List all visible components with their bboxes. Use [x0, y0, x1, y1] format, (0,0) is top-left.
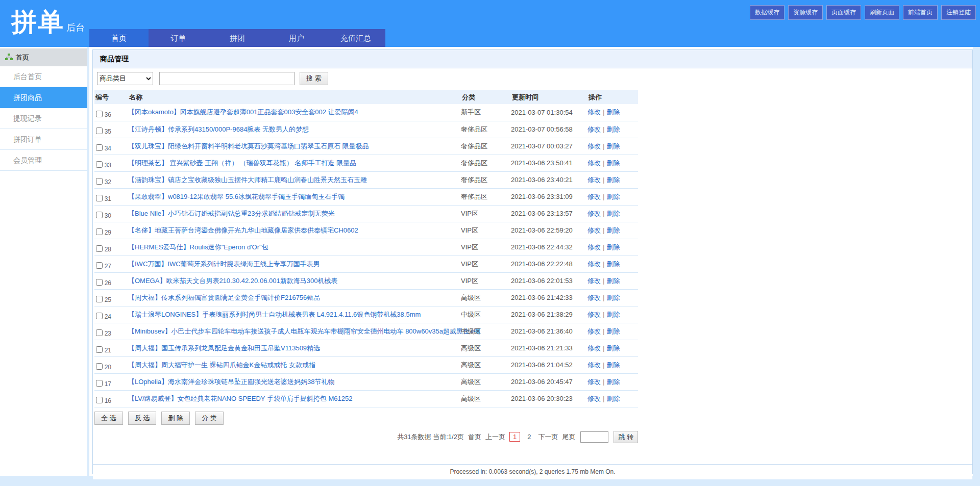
row-checkbox[interactable]	[96, 245, 103, 252]
sidebar-item[interactable]: 后台首页	[0, 66, 87, 87]
quick-button[interactable]: 页面缓存	[826, 5, 861, 20]
product-name-link[interactable]: 【LOphelia】海水南洋金珍珠项链吊坠正圆强光送老婆送妈妈38节礼物	[128, 378, 335, 386]
edit-link[interactable]: 修改	[587, 226, 601, 234]
nav-tab[interactable]: 充值汇总	[326, 29, 385, 47]
row-checkbox[interactable]	[96, 313, 103, 319]
edit-link[interactable]: 修改	[587, 193, 601, 200]
product-name-link[interactable]: 【周大福】周大福守护一生 裸钻四爪铂金K金钻戒戒托 女款戒指	[128, 361, 315, 369]
search-input[interactable]	[159, 72, 295, 85]
row-checkbox[interactable]	[96, 262, 103, 269]
row-checkbox[interactable]	[96, 380, 103, 387]
delete-link[interactable]: 删除	[606, 327, 620, 335]
delete-link[interactable]: 删除	[606, 125, 620, 133]
row-checkbox[interactable]	[96, 127, 103, 134]
quick-button[interactable]: 前端首页	[903, 5, 938, 20]
product-name-link[interactable]: 【瑞士浪琴LONGINES】手表瑰丽系列时尚男士自动机械表男表 L4.921.4…	[128, 311, 421, 318]
row-checkbox[interactable]	[96, 161, 103, 168]
edit-link[interactable]: 修改	[587, 395, 601, 402]
product-name-link[interactable]: 【Minibusev】小巴士代步车四轮车电动车接送孩子成人电瓶车观光车带棚雨帘安…	[128, 327, 480, 335]
quick-button[interactable]: 资源缓存	[788, 5, 823, 20]
product-name-link[interactable]: 【Blue Nile】小巧钻石订婚戒指副钻总重23分求婚结婚钻戒定制无荧光	[128, 210, 335, 217]
delete-link[interactable]: 删除	[606, 243, 620, 251]
product-name-link[interactable]: 【周大福】国玉传承系列龙凤配足金黄金和田玉吊坠V113509精选	[128, 344, 320, 352]
jump-button[interactable]: 跳 转	[614, 431, 638, 443]
nav-tab[interactable]: 用户	[267, 29, 326, 47]
row-checkbox[interactable]	[96, 346, 103, 353]
edit-link[interactable]: 修改	[587, 210, 601, 217]
edit-link[interactable]: 修改	[587, 176, 601, 184]
jump-page-input[interactable]	[580, 431, 608, 443]
quick-button[interactable]: 刷新页面	[865, 5, 899, 20]
bulk-action-button[interactable]: 全 选	[94, 412, 123, 425]
last-page-link[interactable]: 尾页	[562, 432, 575, 442]
row-checkbox[interactable]	[96, 363, 103, 370]
prev-page-link[interactable]: 上一页	[485, 432, 505, 442]
row-checkbox[interactable]	[96, 397, 103, 403]
delete-link[interactable]: 删除	[606, 277, 620, 285]
delete-link[interactable]: 删除	[606, 226, 620, 234]
quick-button[interactable]: 注销登陆	[941, 5, 976, 20]
sidebar-item[interactable]: 拼团商品	[0, 87, 87, 108]
delete-link[interactable]: 删除	[606, 210, 620, 217]
edit-link[interactable]: 修改	[587, 260, 601, 268]
search-button[interactable]: 搜 索	[300, 72, 328, 85]
product-name-link[interactable]: 【LV/路易威登】女包经典老花NANO SPEEDY 手袋单肩手提斜挎包 M61…	[128, 395, 352, 402]
edit-link[interactable]: 修改	[587, 327, 601, 335]
edit-link[interactable]: 修改	[587, 361, 601, 369]
row-checkbox[interactable]	[96, 144, 103, 151]
edit-link[interactable]: 修改	[587, 294, 601, 301]
product-name-link[interactable]: 【冈本okamoto】冈本旗舰店避孕套超薄001正品套套003安全套002 让爱…	[128, 108, 358, 116]
first-page-link[interactable]: 首页	[468, 432, 481, 442]
product-name-link[interactable]: 【周大福】传承系列福镯富贵圆满足金黄金手镯计价F216756甄品	[128, 294, 320, 301]
delete-link[interactable]: 删除	[606, 176, 620, 184]
edit-link[interactable]: 修改	[587, 243, 601, 251]
product-name-link[interactable]: 【双儿珠宝】阳绿色料开窗料半明料老坑莫西沙莫湾基场口翡翠玉石原石 限量极品	[128, 142, 369, 150]
row-checkbox[interactable]	[96, 212, 103, 218]
row-checkbox[interactable]	[96, 296, 103, 302]
row-checkbox[interactable]	[96, 178, 103, 185]
sidebar-item[interactable]: 会员管理	[0, 150, 87, 171]
delete-link[interactable]: 删除	[606, 142, 620, 150]
product-name-link[interactable]: 【涵韵珠宝】镇店之宝收藏级独山玉摆件大师精工鹿鸣山涧春山胜景天然玉石玉雕	[128, 176, 367, 184]
product-name-link[interactable]: 【OMEGA】欧米茄天文台男表210.30.42.20.06.001新款海马30…	[128, 277, 337, 285]
row-checkbox[interactable]	[96, 329, 103, 336]
edit-link[interactable]: 修改	[587, 125, 601, 133]
edit-link[interactable]: 修改	[587, 378, 601, 386]
product-name-link[interactable]: 【IWC万国】IWC葡萄牙系列计时腕表绿海王线上专享万国手表男	[128, 260, 320, 268]
edit-link[interactable]: 修改	[587, 159, 601, 167]
nav-tab[interactable]: 首页	[89, 29, 149, 47]
delete-link[interactable]: 删除	[606, 344, 620, 352]
product-name-link[interactable]: 【果敢翡翠】w0819-12果敢翡翠 55.6冰飘花翡翠手镯玉手镯缅甸玉石手镯	[128, 193, 345, 200]
sidebar-group-header[interactable]: 首页	[0, 48, 87, 66]
quick-button[interactable]: 数据缓存	[750, 5, 785, 20]
product-name-link[interactable]: 【江诗丹顿】传承系列43150/000P-9684腕表 无数男人的梦想	[128, 125, 309, 133]
delete-link[interactable]: 删除	[606, 311, 620, 318]
delete-link[interactable]: 删除	[606, 294, 620, 301]
page-2-link[interactable]: 2	[524, 432, 534, 441]
delete-link[interactable]: 删除	[606, 159, 620, 167]
product-name-link[interactable]: 【HERMES爱马仕】Roulis迷你"Eperon d'Or"包	[128, 243, 268, 251]
delete-link[interactable]: 删除	[606, 108, 620, 116]
delete-link[interactable]: 删除	[606, 395, 620, 402]
product-name-link[interactable]: 【名侈】地藏王菩萨台湾鎏金佛像开光九华山地藏像居家供奉供奉镇宅CH0602	[128, 226, 358, 234]
delete-link[interactable]: 删除	[606, 260, 620, 268]
row-checkbox[interactable]	[96, 111, 103, 117]
sidebar-item[interactable]: 提现记录	[0, 108, 87, 129]
nav-tab[interactable]: 订单	[149, 29, 208, 47]
delete-link[interactable]: 删除	[606, 193, 620, 200]
edit-link[interactable]: 修改	[587, 142, 601, 150]
edit-link[interactable]: 修改	[587, 108, 601, 116]
category-select[interactable]: 商品类目	[97, 72, 153, 85]
product-name-link[interactable]: 【明理茶艺】 宜兴紫砂壶 王翔（祥） （瑞兽双耳花瓶） 名师手工打造 限量品	[128, 159, 356, 167]
edit-link[interactable]: 修改	[587, 344, 601, 352]
sidebar-item[interactable]: 拼团订单	[0, 129, 87, 150]
delete-link[interactable]: 删除	[606, 361, 620, 369]
row-checkbox[interactable]	[96, 279, 103, 286]
row-checkbox[interactable]	[96, 195, 103, 201]
row-checkbox[interactable]	[96, 228, 103, 235]
edit-link[interactable]: 修改	[587, 311, 601, 318]
next-page-link[interactable]: 下一页	[538, 432, 558, 442]
nav-tab[interactable]: 拼团	[208, 29, 267, 47]
bulk-action-button[interactable]: 删 除	[161, 412, 190, 425]
bulk-action-button[interactable]: 反 选	[128, 412, 157, 425]
